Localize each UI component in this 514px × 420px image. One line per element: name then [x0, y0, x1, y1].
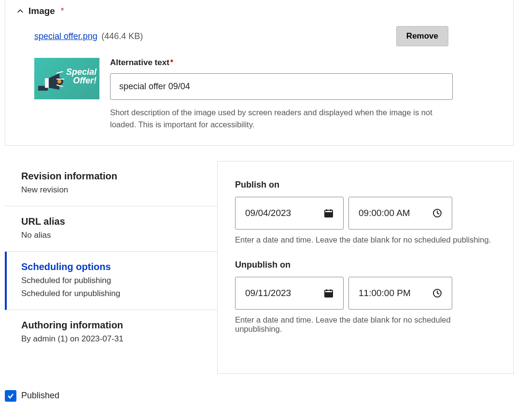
tab-subtitle: Scheduled for unpublishing [21, 287, 201, 300]
published-label: Published [21, 391, 59, 401]
svg-line-5 [56, 71, 63, 73]
lower-section: Revision information New revision URL al… [5, 161, 514, 374]
svg-rect-9 [325, 212, 333, 217]
tab-subtitle: New revision [21, 184, 201, 196]
uploaded-file-row: special offer.png (446.4 KB) Remove [5, 22, 514, 50]
required-asterisk-icon: * [170, 58, 173, 67]
thumbnail-row: Special Offer! Alternative text* Short d… [5, 50, 514, 145]
publish-on-label: Publish on [235, 180, 496, 190]
rays-icon [56, 71, 67, 87]
file-size: (446.4 KB) [101, 31, 143, 41]
svg-line-14 [437, 213, 439, 214]
thumbnail-caption: Special Offer! [66, 68, 97, 85]
image-section-title: Image [28, 6, 55, 16]
image-section-header[interactable]: Image * [5, 0, 514, 22]
svg-line-7 [56, 85, 63, 87]
unpublish-time-input[interactable]: 11:00:00 PM [348, 277, 452, 310]
unpublish-on-label: Unpublish on [235, 260, 496, 270]
alt-text-label: Alternative text* [110, 58, 453, 68]
tab-url-alias[interactable]: URL alias No alias [5, 206, 217, 252]
clock-icon [432, 208, 442, 218]
required-asterisk-icon: * [61, 7, 64, 15]
publish-date-input[interactable]: 09/04/2023 [235, 197, 344, 230]
publish-time-input[interactable]: 09:00:00 AM [348, 197, 452, 230]
alt-text-group: Alternative text* Short description of t… [110, 58, 453, 131]
file-link[interactable]: special offer.png [34, 31, 97, 41]
tab-subtitle: Scheduled for publishing [21, 274, 201, 287]
alt-text-help: Short description of the image used by s… [110, 107, 453, 131]
svg-line-21 [437, 293, 439, 294]
svg-rect-1 [45, 78, 49, 88]
checkmark-icon [7, 392, 14, 400]
published-row: Published [0, 376, 514, 416]
alt-text-input[interactable] [110, 73, 453, 100]
tab-title: Authoring information [21, 320, 201, 331]
publish-help-text: Enter a date and time. Leave the date bl… [235, 235, 496, 244]
tab-revision-information[interactable]: Revision information New revision [5, 161, 217, 206]
tab-authoring-information[interactable]: Authoring information By admin (1) on 20… [5, 310, 217, 355]
unpublish-on-group: Unpublish on 09/11/2023 11:00:00 PM [235, 260, 496, 334]
tab-title: Scheduling options [21, 261, 201, 272]
tab-title: Revision information [21, 171, 201, 182]
tab-title: URL alias [21, 216, 201, 227]
tab-subtitle: By admin (1) on 2023-07-31 [21, 333, 201, 345]
published-checkbox[interactable] [5, 390, 16, 402]
remove-button[interactable]: Remove [396, 26, 448, 46]
clock-icon [432, 288, 442, 298]
image-thumbnail[interactable]: Special Offer! [34, 58, 99, 99]
tab-subtitle: No alias [21, 229, 201, 242]
calendar-icon [324, 288, 333, 298]
unpublish-help-text: Enter a date and time. Leave the date bl… [235, 315, 496, 334]
vertical-tabs: Revision information New revision URL al… [5, 161, 217, 355]
tab-scheduling-options[interactable]: Scheduling options Scheduled for publish… [5, 252, 217, 310]
scheduling-panel: Publish on 09/04/2023 09:00:00 AM [217, 161, 514, 374]
chevron-up-icon [17, 8, 24, 14]
image-section-panel: Image * special offer.png (446.4 KB) Rem… [5, 0, 514, 146]
svg-rect-16 [325, 292, 333, 297]
publish-on-group: Publish on 09/04/2023 09:00:00 AM [235, 180, 496, 244]
unpublish-date-input[interactable]: 09/11/2023 [235, 277, 344, 310]
calendar-icon [324, 208, 333, 218]
